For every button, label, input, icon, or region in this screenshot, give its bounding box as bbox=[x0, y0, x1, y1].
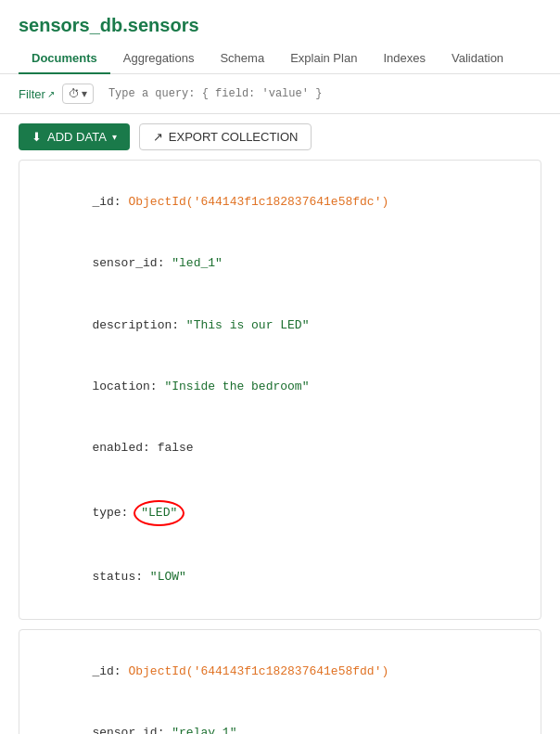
doc1-enabled-value: false bbox=[158, 441, 194, 455]
doc1-sensor-value: "led_1" bbox=[172, 256, 223, 270]
filter-link[interactable]: Filter ↗ bbox=[19, 87, 55, 101]
add-data-button[interactable]: ⬇ ADD DATA ▾ bbox=[19, 123, 130, 150]
tab-aggregations[interactable]: Aggregations bbox=[110, 44, 208, 74]
doc1-desc-value: "This is our LED" bbox=[186, 318, 310, 332]
tab-explain-plan[interactable]: Explain Plan bbox=[277, 44, 370, 74]
doc2-sensor-line: sensor_id: "relay_1" bbox=[34, 702, 526, 734]
tab-bar: Documents Aggregations Schema Explain Pl… bbox=[0, 44, 560, 74]
export-icon: ↗ bbox=[153, 130, 163, 144]
doc1-type-value: "LED" bbox=[141, 506, 177, 520]
doc2-sensor-value: "relay_1" bbox=[172, 726, 236, 734]
doc1-status-value: "LOW" bbox=[150, 570, 186, 584]
doc1-id-value: ObjectId('644143f1c182837641e58fdc') bbox=[128, 195, 388, 209]
documents-container: _id: ObjectId('644143f1c182837641e58fdc'… bbox=[0, 160, 560, 734]
add-data-label: ADD DATA bbox=[47, 130, 107, 144]
filter-bar: Filter ↗ ⏱ ▾ bbox=[0, 74, 560, 114]
tab-validation[interactable]: Validation bbox=[439, 44, 516, 74]
doc1-enabled-line: enabled: false bbox=[34, 418, 526, 479]
action-bar: ⬇ ADD DATA ▾ ↗ EXPORT COLLECTION bbox=[0, 114, 560, 160]
external-link-icon: ↗ bbox=[47, 89, 55, 99]
doc1-type-circle: "LED" bbox=[134, 500, 185, 526]
query-input[interactable] bbox=[101, 84, 541, 104]
doc1-id-line: _id: ObjectId('644143f1c182837641e58fdc'… bbox=[34, 172, 526, 233]
clock-icon: ⏱ bbox=[69, 87, 80, 100]
tab-schema[interactable]: Schema bbox=[207, 44, 277, 74]
clock-button[interactable]: ⏱ ▾ bbox=[62, 84, 94, 104]
doc2-id-value: ObjectId('644143f1c182837641e58fdd') bbox=[128, 664, 388, 678]
page-title: sensors_db.sensors bbox=[0, 0, 560, 44]
doc1-sensor-line: sensor_id: "led_1" bbox=[34, 233, 526, 294]
doc1-desc-line: description: "This is our LED" bbox=[34, 295, 526, 356]
dropdown-arrow-filter: ▾ bbox=[82, 87, 87, 100]
document-1: _id: ObjectId('644143f1c182837641e58fdc'… bbox=[19, 160, 541, 620]
tab-documents[interactable]: Documents bbox=[19, 44, 110, 74]
download-icon: ⬇ bbox=[32, 130, 42, 144]
doc1-status-line: status: "LOW" bbox=[34, 547, 526, 608]
doc2-id-line: _id: ObjectId('644143f1c182837641e58fdd'… bbox=[34, 641, 526, 702]
doc1-type-line: type: "LED" bbox=[34, 479, 526, 546]
tab-indexes[interactable]: Indexes bbox=[370, 44, 439, 74]
filter-label: Filter bbox=[19, 87, 45, 101]
export-collection-button[interactable]: ↗ EXPORT COLLECTION bbox=[139, 123, 312, 150]
export-label: EXPORT COLLECTION bbox=[169, 130, 299, 144]
doc1-location-value: "Inside the bedroom" bbox=[164, 380, 309, 393]
doc1-location-line: location: "Inside the bedroom" bbox=[34, 356, 526, 418]
add-data-dropdown-icon: ▾ bbox=[112, 132, 117, 142]
document-2: _id: ObjectId('644143f1c182837641e58fdd'… bbox=[19, 629, 541, 734]
